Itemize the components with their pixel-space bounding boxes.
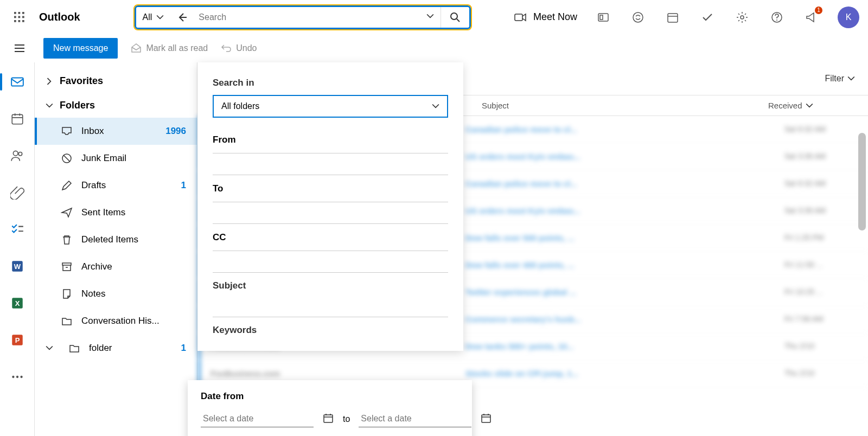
mark-all-read-button[interactable]: Mark all as read [131, 43, 208, 54]
folder-count: 1 [181, 343, 186, 354]
search-in-label: Search in [213, 78, 448, 88]
sidebar-item-notes[interactable]: Notes [35, 280, 197, 307]
advanced-search-toggle[interactable] [420, 12, 441, 22]
rail-mail[interactable] [7, 71, 28, 93]
filter-button[interactable]: Filter [825, 74, 855, 84]
notes-label: Notes [81, 288, 105, 299]
chevron-down-icon [156, 14, 164, 21]
search-back-button[interactable] [170, 12, 194, 23]
sidebar-item-inbox[interactable]: Inbox 1996 [35, 118, 197, 145]
cc-secondary[interactable] [213, 251, 448, 273]
msg-subject: Twitter experiences global ... [465, 287, 784, 297]
svg-rect-34 [324, 415, 333, 422]
date-row: to [201, 411, 459, 427]
col-received[interactable]: Received [768, 101, 855, 110]
svg-point-15 [741, 16, 744, 19]
msg-time: Thu 2/10 [784, 369, 855, 378]
msg-time: Sat 6:32 AM [784, 125, 855, 134]
rail-word[interactable]: W [7, 255, 28, 277]
rail-files[interactable] [7, 182, 28, 203]
chevron-right-icon [46, 78, 53, 85]
app-launcher-icon[interactable] [9, 7, 30, 28]
from-secondary[interactable] [213, 153, 448, 175]
scrollbar[interactable] [858, 133, 866, 230]
notification-badge: 1 [815, 7, 822, 14]
folder-label: folder [89, 343, 112, 354]
megaphone-icon[interactable]: 1 [803, 9, 820, 26]
help-icon[interactable] [768, 9, 786, 26]
skype-icon[interactable] [629, 9, 647, 26]
sidebar-item-archive[interactable]: Archive [35, 253, 197, 280]
folder-icon [61, 315, 73, 327]
date-to-word: to [343, 414, 350, 424]
search-in-select[interactable]: All folders [213, 95, 448, 118]
meet-now-button[interactable]: Meet Now [514, 11, 577, 24]
folders-label: Folders [60, 100, 95, 111]
inbox-icon [61, 125, 73, 137]
date-to-input[interactable] [359, 411, 471, 427]
sidebar-item-deleted[interactable]: Deleted Items [35, 226, 197, 253]
command-bar: New message Mark all as read Undo [0, 34, 868, 62]
folder-sidebar: Favorites Folders Inbox 1996 Junk Email … [35, 62, 197, 436]
undo-button[interactable]: Undo [221, 43, 257, 54]
from-field-row: From [213, 126, 448, 153]
message-area: Inbox Filter From Subject Received FoxBu… [197, 62, 868, 436]
inbox-label: Inbox [81, 126, 104, 137]
date-from-label: Date from [201, 391, 459, 402]
advanced-search-panel: Search in All folders From To CC Subject [197, 62, 463, 351]
sidebar-item-junk[interactable]: Junk Email [35, 145, 197, 172]
rail-more[interactable] [7, 366, 28, 388]
rail-people[interactable] [7, 145, 28, 166]
archive-label: Archive [81, 261, 112, 272]
sidebar-item-sent[interactable]: Sent Items [35, 199, 197, 226]
to-label: To [213, 183, 267, 194]
svg-point-9 [451, 13, 457, 20]
sidebar-item-drafts[interactable]: Drafts 1 [35, 172, 197, 199]
hamburger-button[interactable] [9, 37, 30, 59]
svg-rect-5 [22, 16, 24, 18]
search-button[interactable] [441, 7, 469, 28]
search-scope-dropdown[interactable]: All [136, 12, 171, 22]
settings-icon[interactable] [733, 9, 751, 26]
rail-todo[interactable] [7, 219, 28, 240]
filter-label: Filter [825, 74, 844, 84]
new-message-button[interactable]: New message [43, 38, 118, 59]
cc-input[interactable] [267, 229, 448, 245]
rail-powerpoint[interactable]: P [7, 329, 28, 351]
folders-section[interactable]: Folders [35, 93, 197, 118]
calendar-day-icon[interactable] [664, 9, 681, 26]
to-secondary[interactable] [213, 202, 448, 224]
sidebar-item-convhistory[interactable]: Conversation His... [35, 307, 197, 335]
subject-input-row[interactable] [213, 296, 448, 317]
calendar-picker-to[interactable] [480, 412, 492, 426]
msg-time: Sat 3:39 AM [784, 152, 855, 161]
subject-label: Subject [213, 273, 448, 296]
col-subject[interactable]: Subject [482, 101, 768, 110]
search-icon [450, 12, 461, 23]
search-bar: All [135, 5, 471, 29]
msg-subject: Commerce secretary's husb... [465, 315, 784, 324]
teams-icon[interactable] [595, 9, 612, 26]
chevron-down-icon [426, 12, 434, 20]
calendar-picker-from[interactable] [322, 412, 334, 426]
favorites-section[interactable]: Favorites [35, 69, 197, 93]
rail-calendar[interactable] [7, 108, 28, 130]
sidebar-item-folder[interactable]: folder 1 [35, 335, 197, 362]
date-from-input[interactable] [201, 411, 314, 427]
calendar-icon [322, 412, 334, 424]
rail-excel[interactable]: X [7, 292, 28, 314]
video-icon [514, 11, 527, 24]
todo-icon[interactable] [699, 9, 716, 26]
svg-point-13 [633, 12, 643, 22]
svg-rect-2 [22, 12, 24, 14]
drafts-label: Drafts [81, 180, 106, 191]
to-input[interactable] [267, 181, 448, 196]
search-input[interactable] [194, 12, 419, 22]
excel-icon: X [10, 296, 24, 310]
calendar-icon [480, 412, 492, 424]
sent-label: Sent Items [81, 207, 125, 218]
avatar[interactable]: K [838, 7, 859, 28]
attachment-icon [10, 185, 24, 200]
meet-now-label: Meet Now [533, 11, 577, 23]
from-input[interactable] [267, 132, 448, 148]
